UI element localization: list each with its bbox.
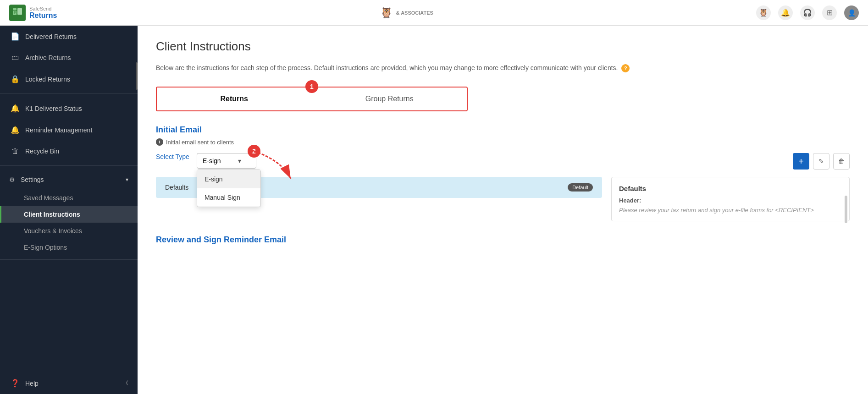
grid-icon[interactable]: ⊞ xyxy=(822,5,837,20)
brand-sub: & ASSOCIATES xyxy=(396,10,433,16)
select-value: E-sign xyxy=(203,157,221,164)
tab-returns[interactable]: Returns xyxy=(157,88,312,110)
tabs-wrapper: Returns Group Returns 1 xyxy=(156,87,468,111)
chevron-down-icon: ▾ xyxy=(238,157,241,164)
header-actions: 🦉 🔔 🎧 ⊞ 👤 xyxy=(756,5,859,20)
sidebar-label-recycle: Recycle Bin xyxy=(25,148,59,155)
sidebar-label-help: Help xyxy=(25,380,39,387)
sidebar-label-locked: Locked Returns xyxy=(25,76,70,83)
step-badge-2-wrapper: 2 xyxy=(248,145,260,158)
owl-icon[interactable]: 🦉 xyxy=(756,5,771,20)
sidebar-item-esign[interactable]: E-Sign Options xyxy=(0,239,138,256)
lock-icon: 🔒 xyxy=(11,75,20,83)
select-type-row: Select Type E-sign ▾ E-sign Manual Sign … xyxy=(156,153,850,170)
edit-icon: ✎ xyxy=(818,158,824,165)
delete-icon: 🗑 xyxy=(838,158,845,165)
headphones-icon[interactable]: 🎧 xyxy=(800,5,815,20)
add-button[interactable]: + xyxy=(793,153,809,170)
action-buttons-group: + ✎ 🗑 xyxy=(793,153,850,170)
sidebar-label-saved: Saved Messages xyxy=(24,194,73,202)
dropdown-item-esign[interactable]: E-sign xyxy=(197,170,260,188)
defaults-label: Defaults xyxy=(165,184,188,191)
sidebar-label-vouchers: Vouchers & Invoices xyxy=(24,227,82,235)
info-icon: ? xyxy=(621,64,630,72)
svg-rect-2 xyxy=(17,8,22,15)
sidebar-item-help[interactable]: ❓ Help 《 xyxy=(0,372,138,394)
sidebar-label-client-instructions: Client Instructions xyxy=(24,211,80,218)
page-description: Below are the instructions for each step… xyxy=(156,63,850,73)
trash-icon: 🗑 xyxy=(11,147,20,155)
delete-button[interactable]: 🗑 xyxy=(833,153,850,170)
settings-icon: ⚙ xyxy=(9,176,15,183)
chevron-down-icon: ▾ xyxy=(126,176,128,183)
dropdown-popup: E-sign Manual Sign xyxy=(197,170,261,207)
sidebar: 📄 Delivered Returns 🗃 Archive Returns 🔒 … xyxy=(0,26,138,394)
sidebar-item-archive-returns[interactable]: 🗃 Archive Returns xyxy=(0,47,138,68)
logo: SafeSend Returns xyxy=(9,5,57,21)
info-circle-icon: i xyxy=(156,138,163,146)
review-sign-title: Review and Sign Reminder Email xyxy=(156,235,850,245)
arrow-annotation xyxy=(254,151,309,188)
default-badge: Default xyxy=(568,183,593,192)
sidebar-label-settings: Settings xyxy=(21,176,44,183)
page-title: Client Instructions xyxy=(156,39,850,54)
sidebar-item-k1[interactable]: 🔔 K1 Delivered Status xyxy=(0,98,138,119)
sidebar-label-reminder: Reminder Management xyxy=(25,126,92,134)
sidebar-divider-1 xyxy=(0,93,138,94)
dropdown-item-manual-sign[interactable]: Manual Sign xyxy=(197,188,260,207)
sidebar-item-saved-messages[interactable]: Saved Messages xyxy=(0,190,138,206)
page-desc-text: Below are the instructions for each step… xyxy=(156,64,618,71)
sidebar-label-delivered: Delivered Returns xyxy=(25,33,77,40)
sidebar-item-delivered-returns[interactable]: 📄 Delivered Returns xyxy=(0,26,138,47)
step-badge-1: 1 xyxy=(305,80,318,93)
brand-text: & ASSOCIATES xyxy=(396,10,433,16)
app-header: SafeSend Returns 🦉 & ASSOCIATES 🦉 🔔 🎧 ⊞ … xyxy=(0,0,868,26)
sidebar-label-esign: E-Sign Options xyxy=(24,244,67,251)
tab-group-returns[interactable]: Group Returns xyxy=(312,88,467,110)
right-panel: Defaults Header: Please review your tax … xyxy=(611,177,850,221)
logo-text-group: SafeSend Returns xyxy=(29,6,57,20)
bottom-section: Review and Sign Reminder Email xyxy=(156,235,850,245)
collapse-icon: 《 xyxy=(123,379,128,387)
sidebar-item-reminder[interactable]: 🔔 Reminder Management xyxy=(0,119,138,141)
avatar[interactable]: 👤 xyxy=(844,5,859,20)
right-panel-scrollbar xyxy=(845,196,847,223)
main-content: Client Instructions Below are the instru… xyxy=(138,26,868,394)
sidebar-item-client-instructions[interactable]: Client Instructions xyxy=(0,206,138,223)
initial-email-desc-text: Initial email sent to clients xyxy=(166,139,234,146)
select-type-label: Select Type xyxy=(156,153,189,160)
sidebar-item-recycle-bin[interactable]: 🗑 Recycle Bin xyxy=(0,141,138,162)
k1-icon: 🔔 xyxy=(11,104,20,113)
sidebar-label-k1: K1 Delivered Status xyxy=(25,105,82,112)
sidebar-label-archive: Archive Returns xyxy=(25,54,71,61)
sidebar-item-locked-returns[interactable]: 🔒 Locked Returns xyxy=(0,68,138,90)
right-panel-header-label: Header: xyxy=(619,197,842,204)
logo-sub: SafeSend xyxy=(29,6,57,11)
sidebar-item-vouchers[interactable]: Vouchers & Invoices xyxy=(0,223,138,239)
document-icon: 📄 xyxy=(11,32,20,41)
reminder-icon: 🔔 xyxy=(11,126,20,134)
right-panel-title: Defaults xyxy=(619,185,842,192)
sidebar-divider-3 xyxy=(0,259,138,260)
logo-main: Returns xyxy=(29,11,57,20)
main-layout: 📄 Delivered Returns 🗃 Archive Returns 🔒 … xyxy=(0,26,868,394)
sidebar-divider-2 xyxy=(0,165,138,166)
edit-button[interactable]: ✎ xyxy=(813,153,829,170)
brand-name: 🦉 & ASSOCIATES xyxy=(380,7,433,19)
sidebar-item-settings[interactable]: ⚙ Settings ▾ xyxy=(0,170,138,190)
right-panel-header-text: Please review your tax return and sign y… xyxy=(619,207,842,213)
archive-icon: 🗃 xyxy=(11,54,20,62)
help-icon: ❓ xyxy=(11,379,20,388)
bell-icon[interactable]: 🔔 xyxy=(778,5,793,20)
initial-email-title: Initial Email xyxy=(156,125,850,135)
logo-icon xyxy=(9,5,26,21)
action-buttons: ✎ 🗑 xyxy=(813,153,850,170)
svg-rect-1 xyxy=(13,8,17,10)
